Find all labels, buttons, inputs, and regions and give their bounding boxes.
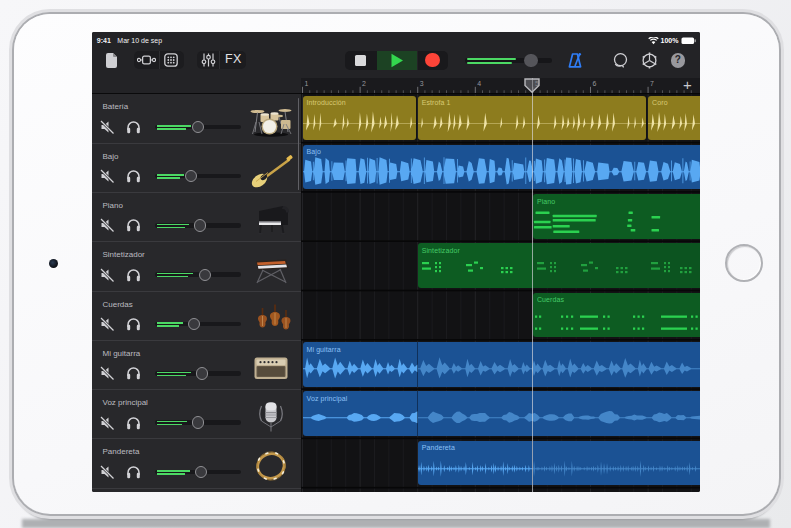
svg-text:2: 2 <box>362 80 366 87</box>
svg-text:6: 6 <box>592 80 596 87</box>
svg-text:4: 4 <box>477 80 481 87</box>
svg-text:3: 3 <box>420 80 424 87</box>
svg-text:7: 7 <box>650 80 654 87</box>
svg-text:1: 1 <box>305 80 309 87</box>
